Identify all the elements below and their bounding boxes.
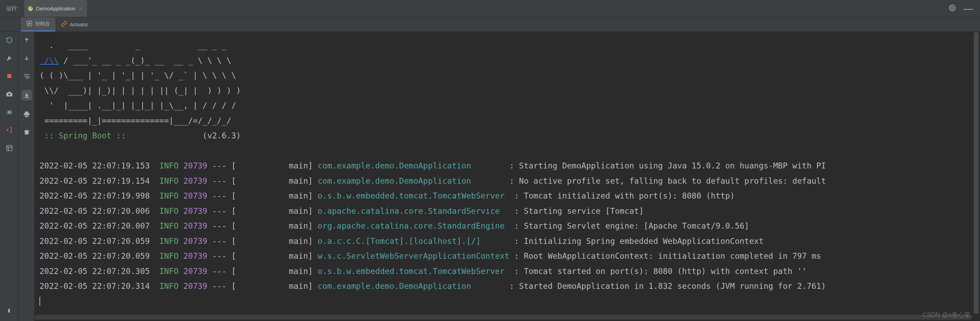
exit-icon[interactable] [5,126,13,134]
layout-icon[interactable] [5,144,13,152]
spring-boot-icon [28,6,33,11]
arrow-down-icon[interactable] [22,54,31,62]
log-line: 2022-02-05 22:07:20.059 INFO 20739 --- [… [40,234,980,249]
run-config-tab[interactable]: DemoApplication × [24,0,87,17]
banner-line: \\/ ___)| |_)| | | | | || (_| | ) ) ) ) [40,83,980,99]
svg-point-6 [8,93,10,95]
tab-console-label: 控制台 [35,21,50,27]
run-config-name: DemoApplication [36,6,75,11]
wrench-icon[interactable] [5,54,13,62]
svg-point-2 [951,7,953,9]
play-square-icon [26,21,33,28]
console-body-row: . ____ _ __ _ _ /\\ / ___'_ __ _ _(_)_ _… [0,32,980,321]
console-tabs: 控制台 Actuator [0,17,980,32]
banner-line: =========|_|==============|___/=/_/_/_/ [40,114,980,129]
svg-point-7 [8,111,10,114]
vertical-scrollbar[interactable] [974,32,978,314]
banner-line: ( ( )\___ | '_ | '_| | '_ \/ _` | \ \ \ … [40,68,980,83]
bug-icon[interactable] [5,108,13,116]
banner-line: ' |____| .__|_| |_|_| |_\__, | / / / / [40,98,980,114]
tab-console[interactable]: 控制台 [21,17,56,32]
log-line: 2022-02-05 22:07:20.305 INFO 20739 --- [… [40,264,980,279]
scroll-to-end-icon[interactable] [21,90,32,100]
watermark-text: CSDN @a卷心菜 [923,311,970,319]
gear-icon[interactable] [949,5,956,13]
log-line: 2022-02-05 22:07:20.006 INFO 20739 --- [… [40,204,980,219]
log-line: 2022-02-05 22:07:19.154 INFO 20739 --- [… [40,174,980,189]
blank-line [40,144,980,159]
tab-actuator-label: Actuator [70,22,88,27]
log-line: 2022-02-05 22:07:20.314 INFO 20739 --- [… [40,279,980,294]
log-line: 2022-02-05 22:07:19.153 INFO 20739 --- [… [40,158,980,174]
left-gutter-2 [19,32,35,321]
header-right-icons: — [949,5,980,13]
svg-point-1 [30,8,31,9]
arrow-up-icon[interactable] [22,36,31,44]
link-icon [61,21,67,28]
banner-spring-boot: :: Spring Boot :: (v2.6.3) [40,128,980,144]
close-icon[interactable]: × [79,6,82,12]
horizontal-scrollbar[interactable] [35,315,972,319]
rerun-icon[interactable] [5,36,13,44]
left-gutter-1 [0,32,19,321]
pin-icon[interactable] [5,307,13,315]
svg-marker-4 [29,22,31,25]
log-line: 2022-02-05 22:07:19.998 INFO 20739 --- [… [40,188,980,204]
hide-icon[interactable]: — [963,7,973,10]
run-label: 运行: [0,5,24,12]
log-line: 2022-02-05 22:07:20.059 INFO 20739 --- [… [40,249,980,264]
log-line: 2022-02-05 22:07:20.007 INFO 20739 --- [… [40,218,980,234]
soft-wrap-icon[interactable] [22,72,31,80]
run-tool-header: 运行: DemoApplication × — [0,0,980,17]
stop-icon[interactable] [5,72,13,80]
banner-line: . ____ _ __ _ _ [40,38,980,53]
console-output-wrap: . ____ _ __ _ _ /\\ / ___'_ __ _ _(_)_ _… [35,32,980,321]
camera-icon[interactable] [5,90,13,98]
svg-rect-5 [7,74,11,78]
print-icon[interactable] [22,110,31,118]
tab-actuator[interactable]: Actuator [56,17,94,32]
console-output[interactable]: . ____ _ __ _ _ /\\ / ___'_ __ _ _(_)_ _… [35,32,980,309]
caret-line [40,294,980,309]
svg-rect-8 [6,145,12,151]
trash-icon[interactable] [22,128,31,136]
banner-line: /\\ / ___'_ __ _ _(_)_ __ __ _ \ \ \ \ [40,53,980,68]
